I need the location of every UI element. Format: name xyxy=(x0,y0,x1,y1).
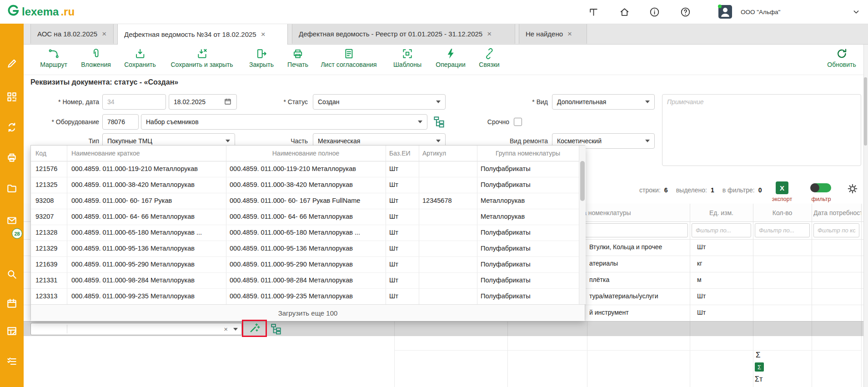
chevron-down-icon[interactable] xyxy=(233,328,238,331)
gear-icon[interactable] xyxy=(847,183,858,196)
button-label: Сохранить и закрыть xyxy=(171,61,233,68)
status-select[interactable]: Создан xyxy=(313,94,446,110)
popup-header-short-name[interactable]: Наименование краткое xyxy=(71,146,224,161)
close-icon[interactable]: × xyxy=(487,30,492,38)
grid-header-unit[interactable]: Ед. изм. xyxy=(690,209,753,216)
calendar-input-icon[interactable] xyxy=(224,97,232,107)
text-layout-icon[interactable] xyxy=(588,6,599,19)
qr-modules-icon[interactable] xyxy=(6,91,18,104)
code-cell: 123313 xyxy=(35,288,65,304)
button-label: Печать xyxy=(287,61,308,68)
filter-input-need-date[interactable] xyxy=(813,223,859,237)
tab-not-found[interactable]: Не найдено × xyxy=(519,24,587,44)
filtered-count-value: 0 xyxy=(758,186,762,194)
popup-row[interactable]: 121329 000.4859. 011.000-95-136 Металлор… xyxy=(31,241,579,257)
popup-row[interactable]: 121325 000.4859. 011.000-38-420 Металлор… xyxy=(31,177,579,193)
calendar-icon[interactable] xyxy=(6,297,18,311)
magic-wand-button[interactable] xyxy=(249,322,261,335)
tab-aos[interactable]: АОС на 18.02.2025 × xyxy=(30,24,114,44)
popup-row[interactable]: 93208 000.4859. 011.000- 60- 167 Рукав 0… xyxy=(31,193,579,209)
popup-scrollbar[interactable] xyxy=(579,146,586,304)
hierarchy-button[interactable] xyxy=(270,323,282,336)
base-unit-cell: Шт xyxy=(389,193,416,209)
equipment-combobox[interactable]: Набор съемников xyxy=(141,114,427,130)
button-label: Маршрут xyxy=(40,61,67,68)
group-selector-combobox[interactable]: × xyxy=(30,323,242,335)
kind-select[interactable]: Дополнительная xyxy=(552,94,655,110)
tab-defect-registry[interactable]: Дефектная ведомость - Реестр от 01.01.20… xyxy=(292,24,515,44)
chevron-down-icon[interactable] xyxy=(851,7,861,18)
filter-toggle[interactable] xyxy=(811,183,831,192)
popup-row[interactable]: 121576 000.4859. 011.000-119-210 Металло… xyxy=(31,161,579,177)
tab-defect-sheet[interactable]: Дефектная ведомость №34 от 18.02.2025 × xyxy=(117,24,288,45)
equipment-code-field[interactable]: 78076 xyxy=(102,114,139,130)
popup-scrollbar-thumb[interactable] xyxy=(580,161,585,201)
sync-icon[interactable] xyxy=(6,121,18,135)
close-icon[interactable]: × xyxy=(102,30,106,38)
refresh-button[interactable]: Обновить xyxy=(827,48,856,68)
printer-icon[interactable] xyxy=(6,152,18,165)
mail-icon[interactable] xyxy=(6,215,18,228)
date-field[interactable]: 18.02.2025 xyxy=(169,94,237,110)
grid-header-quantity[interactable]: Кол-во xyxy=(753,209,812,216)
popup-row[interactable]: 123313 000.4859. 011.000-99-235 Металлор… xyxy=(31,288,579,305)
tasks-checklist-icon[interactable] xyxy=(6,356,18,369)
print-button[interactable]: Печать xyxy=(287,48,308,68)
popup-row[interactable]: 93207 000.4859. 011.000- 64- 66 Металлор… xyxy=(31,209,579,225)
logo[interactable]: lexema.ru xyxy=(6,4,75,19)
short-name-cell: 000.4859. 011.000-38-420 Металлорукав xyxy=(71,177,224,193)
save-button[interactable]: Сохранить xyxy=(124,48,156,68)
help-icon[interactable] xyxy=(680,6,691,19)
clear-icon[interactable]: × xyxy=(224,326,228,332)
filter-input-quantity[interactable] xyxy=(755,223,810,237)
route-button[interactable]: Маршрут xyxy=(40,48,67,68)
operations-button[interactable]: Операции xyxy=(436,48,466,68)
attachments-button[interactable]: Вложения xyxy=(81,48,111,68)
close-icon[interactable]: × xyxy=(261,30,266,38)
popup-header-base-unit[interactable]: Баз.ЕИ xyxy=(389,146,416,161)
article-cell xyxy=(422,161,475,177)
close-document-button[interactable]: Закрыть xyxy=(249,48,274,68)
home-icon[interactable] xyxy=(619,6,630,19)
grid-column-divider xyxy=(690,204,690,321)
column-divider xyxy=(394,336,395,387)
popup-header-code[interactable]: Код xyxy=(35,146,65,161)
popup-row[interactable]: 121328 000.4859. 011.000-65-180 Металлор… xyxy=(31,225,579,241)
sum-total-button[interactable]: Σт xyxy=(755,375,763,383)
popup-header-group[interactable]: Группа номенклатуры xyxy=(477,146,579,161)
templates-button[interactable]: Шаблоны xyxy=(393,48,421,68)
base-unit-cell: Шт xyxy=(389,177,416,193)
popup-row[interactable]: 121639 000.4859. 011.000-95-290 Металлор… xyxy=(31,256,579,273)
excel-export-icon[interactable]: X xyxy=(776,181,788,194)
user-avatar[interactable] xyxy=(717,4,733,21)
popup-header-article[interactable]: Артикул xyxy=(422,146,475,161)
folder-icon[interactable] xyxy=(6,182,18,196)
urgent-checkbox[interactable] xyxy=(514,118,522,126)
note-textarea[interactable] xyxy=(662,94,861,166)
column-divider xyxy=(394,322,395,337)
approval-sheet-button[interactable]: Лист согласования xyxy=(321,48,376,68)
info-icon[interactable] xyxy=(649,6,660,19)
button-label: Шаблоны xyxy=(393,61,421,68)
search-icon[interactable] xyxy=(6,268,18,281)
filter-input-unit[interactable] xyxy=(692,223,751,237)
popup-header-full-name[interactable]: Наименование полное xyxy=(226,146,386,161)
close-icon[interactable]: × xyxy=(567,30,572,38)
number-field[interactable]: 34 xyxy=(102,94,166,110)
popup-row[interactable]: 121331 000.4859. 011.000-98-284 Металлор… xyxy=(31,272,579,289)
scrollbar-thumb[interactable] xyxy=(864,77,867,146)
save-and-close-button[interactable]: Сохранить и закрыть xyxy=(171,48,233,68)
chevron-down-icon xyxy=(436,140,441,142)
column-divider xyxy=(861,336,862,387)
code-cell: 93207 xyxy=(35,209,65,225)
load-more-button[interactable]: Загрузить еще 100 xyxy=(31,304,585,321)
equipment-tree-button[interactable] xyxy=(433,116,445,129)
edit-pencil-icon[interactable] xyxy=(6,58,18,71)
sum-selected-button[interactable]: Σ xyxy=(755,362,764,372)
table-edit-icon[interactable] xyxy=(6,325,18,338)
grid-header-need-date[interactable]: Дата потребности xyxy=(813,209,861,216)
sum-button[interactable]: Σ xyxy=(756,351,761,360)
code-cell: 121325 xyxy=(35,177,65,193)
links-button[interactable]: Связки xyxy=(479,48,499,68)
combobox-divider xyxy=(67,325,67,333)
